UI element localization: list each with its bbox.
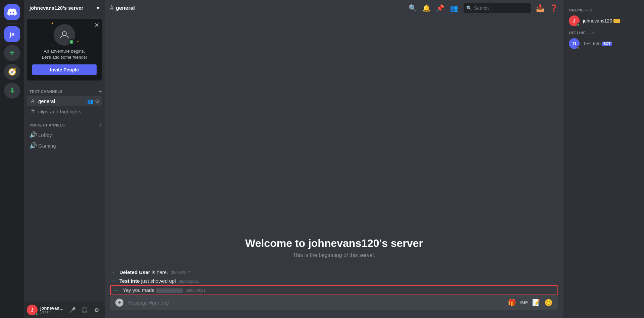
add-voice-channel-button[interactable]: + (98, 122, 102, 128)
message-text-3: Yay you made (123, 287, 156, 293)
active-channel-label: general (116, 5, 135, 11)
add-text-channel-button[interactable]: + (98, 89, 102, 95)
messages-area: Welcome to johnevans120's server This is… (105, 16, 564, 295)
message-timestamp-2: 08/05/2021 (179, 279, 199, 284)
active-channel-name: # general (110, 4, 135, 12)
current-user-name: johnevans120 (40, 306, 64, 311)
user-settings-button[interactable]: ⚙ (91, 305, 102, 315)
member-avatar-test-inte: TI (569, 38, 580, 49)
message-arrow-icon-2: → (110, 278, 115, 284)
add-member-to-channel-button[interactable]: 👥 (87, 98, 94, 104)
message-text: is here. (152, 269, 168, 275)
server-header[interactable]: johnevans120's server ▾ (24, 0, 105, 16)
server-icon-add[interactable]: + (4, 45, 20, 61)
message-input[interactable] (127, 300, 504, 306)
channel-item-general[interactable]: # general 👥 ⚙ (27, 96, 102, 106)
current-user-tag: #7264 (40, 311, 64, 315)
text-channels-section: TEXT CHANNELS + (24, 83, 105, 96)
member-item-johnevans120[interactable]: J johnevans120 👑 (566, 13, 641, 28)
welcome-title: Welcome to johnevans120's server (110, 237, 558, 250)
user-status-dot (35, 313, 38, 316)
help-icon[interactable]: ❓ (550, 4, 558, 12)
welcome-section: Welcome to johnevans120's server This is… (105, 224, 564, 265)
search-bar[interactable]: 🔍 (464, 3, 531, 13)
server-list-divider (7, 23, 17, 23)
member-status-online (577, 23, 580, 26)
text-channels-label: TEXT CHANNELS (30, 90, 63, 94)
emoji-icon[interactable]: 😊 (544, 299, 553, 307)
notification-bell-icon[interactable]: 🔔 (422, 4, 431, 12)
server-list: js + 🧭 ⬇ (0, 0, 24, 318)
server-icon-label: js (9, 31, 14, 38)
mute-button[interactable]: 🎤 (67, 305, 78, 315)
message-timestamp-3: 08/05/2021 (185, 288, 206, 293)
user-area: J johnevans120 #7264 🎤 🎧 ⚙ (24, 302, 105, 318)
top-bar-icons: 🔍 🔔 📌 👥 🔍 📥 ❓ (409, 3, 558, 13)
add-attachment-button[interactable]: + (115, 299, 123, 307)
gif-icon[interactable]: GIF (520, 300, 528, 305)
voice-channels-section: VOICE CHANNELS + (24, 117, 105, 129)
friend-popup-card: ✕ + ✦ · · ✦ An adventure begins. Let's a… (27, 19, 102, 81)
gift-icon[interactable]: 🎁 (508, 299, 516, 307)
pin-icon[interactable]: 📌 (436, 4, 444, 12)
text-channel-icon: # (30, 98, 36, 105)
message-input-area: + 🎁 GIF 📝 😊 (105, 295, 564, 318)
welcome-subtitle: This is the beginning of this server. (110, 252, 558, 258)
top-bar: # general 🔍 🔔 📌 👥 🔍 📥 ❓ (105, 0, 564, 16)
channel-name-gaming: Gaming (38, 143, 56, 149)
chevron-down-icon: ▾ (97, 5, 99, 11)
voice-channel-icon-lobby: 🔊 (30, 131, 36, 139)
message-sender: Deleted User (119, 269, 150, 275)
voice-channel-icon-gaming: 🔊 (30, 142, 36, 149)
inbox-icon[interactable]: 📥 (536, 4, 544, 12)
message-text-2: just showed up! (141, 278, 176, 284)
text-channel-icon-clips: # (30, 108, 36, 115)
member-name-test-inte: Test Inte (583, 41, 601, 46)
user-controls: 🎤 🎧 ⚙ (67, 305, 102, 315)
member-item-test-inte[interactable]: TI Test Inte BOT (566, 36, 641, 51)
message-item-test-inte: → Test Inte just showed up! 08/05/2021 (110, 276, 558, 285)
user-info: johnevans120 #7264 (40, 306, 64, 315)
popup-text: An adventure begins. Let's add some frie… (32, 48, 97, 60)
server-icon-js[interactable]: js (4, 26, 20, 42)
member-status-offline (577, 46, 580, 49)
hashtag-icon[interactable]: 🔍 (409, 4, 417, 12)
sticker-icon[interactable]: 📝 (532, 299, 540, 307)
server-icon-download[interactable]: ⬇ (4, 83, 20, 99)
popup-avatar-badge: + (68, 39, 74, 45)
message-input-box: + 🎁 GIF 📝 😊 (110, 295, 558, 310)
voice-channels-label: VOICE CHANNELS (30, 123, 65, 127)
channel-item-gaming[interactable]: 🔊 Gaming (27, 141, 102, 151)
main-content: # general 🔍 🔔 📌 👥 🔍 📥 ❓ Welcome to johne… (105, 0, 564, 318)
channel-item-clips[interactable]: # clips-and-highlights (27, 107, 102, 116)
member-badge-crown: 👑 (613, 19, 620, 23)
search-input[interactable] (474, 5, 521, 11)
member-avatar-johnevans120: J (569, 15, 580, 26)
deafen-button[interactable]: 🎧 (79, 305, 90, 315)
server-icon-home[interactable] (4, 4, 20, 20)
message-content: Deleted User is here. 08/05/2021 (119, 269, 191, 275)
popup-avatar-container: + ✦ · · ✦ (54, 24, 75, 46)
channel-item-lobby[interactable]: 🔊 Lobby (27, 130, 102, 140)
message-arrow-icon-3: → (113, 287, 119, 293)
message-item-yay: → Yay you made 08/05/2021 (110, 285, 558, 295)
message-content-3: Yay you made 08/05/2021 (123, 287, 206, 293)
channel-name-clips: clips-and-highlights (38, 109, 81, 114)
members-sidebar: ONLINE — 1 J johnevans120 👑 OFFLINE — 1 … (564, 0, 644, 318)
member-name-johnevans120: johnevans120 (583, 18, 612, 23)
message-timestamp: 08/05/2021 (171, 270, 191, 275)
channel-hash-icon: # (110, 4, 114, 12)
channel-settings-button[interactable]: ⚙ (95, 98, 99, 104)
member-info-johnevans120: johnevans120 👑 (583, 18, 639, 23)
message-arrow-icon: → (110, 269, 115, 275)
current-user-avatar: J (27, 305, 38, 315)
messages-list: → Deleted User is here. 08/05/2021 → Tes… (105, 265, 564, 295)
popup-close-button[interactable]: ✕ (94, 21, 99, 29)
members-icon[interactable]: 👥 (450, 4, 458, 12)
invite-people-button[interactable]: Invite People (32, 64, 97, 75)
search-icon: 🔍 (466, 5, 472, 11)
server-icon-explore[interactable]: 🧭 (4, 64, 20, 80)
member-info-test-inte: Test Inte BOT (583, 41, 639, 46)
message-input-icons: 🎁 GIF 📝 😊 (508, 299, 553, 307)
server-name: johnevans120's server (30, 5, 83, 11)
